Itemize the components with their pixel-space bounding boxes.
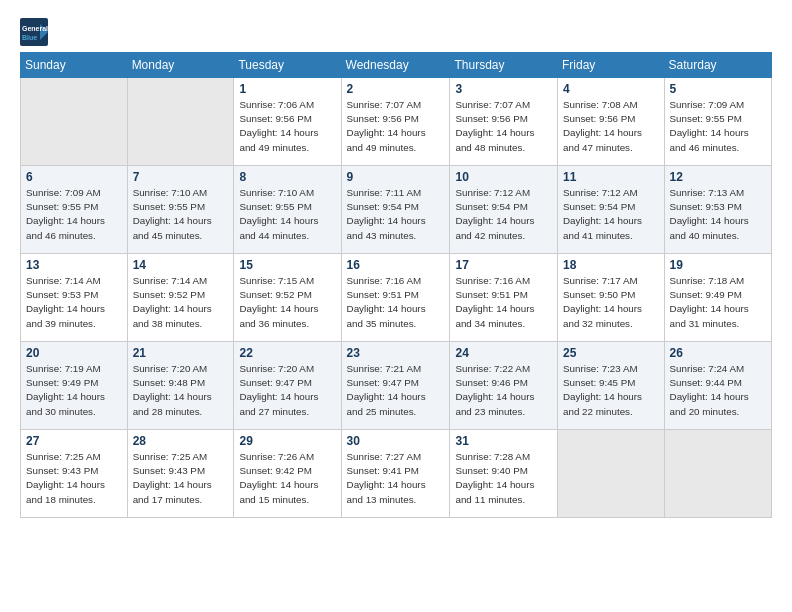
day-number: 5 <box>670 82 766 96</box>
calendar-cell: 31Sunrise: 7:28 AM Sunset: 9:40 PM Dayli… <box>450 430 558 518</box>
logo: General Blue <box>20 18 50 46</box>
day-info: Sunrise: 7:07 AM Sunset: 9:56 PM Dayligh… <box>347 98 445 155</box>
svg-text:General: General <box>22 25 48 32</box>
day-number: 16 <box>347 258 445 272</box>
day-number: 18 <box>563 258 659 272</box>
day-number: 28 <box>133 434 229 448</box>
calendar-cell: 14Sunrise: 7:14 AM Sunset: 9:52 PM Dayli… <box>127 254 234 342</box>
weekday-header-row: SundayMondayTuesdayWednesdayThursdayFrid… <box>21 53 772 78</box>
day-number: 8 <box>239 170 335 184</box>
calendar-cell: 25Sunrise: 7:23 AM Sunset: 9:45 PM Dayli… <box>558 342 665 430</box>
calendar-cell <box>127 78 234 166</box>
calendar-cell: 20Sunrise: 7:19 AM Sunset: 9:49 PM Dayli… <box>21 342 128 430</box>
calendar-cell: 2Sunrise: 7:07 AM Sunset: 9:56 PM Daylig… <box>341 78 450 166</box>
calendar-cell: 17Sunrise: 7:16 AM Sunset: 9:51 PM Dayli… <box>450 254 558 342</box>
week-row-3: 13Sunrise: 7:14 AM Sunset: 9:53 PM Dayli… <box>21 254 772 342</box>
calendar-cell: 27Sunrise: 7:25 AM Sunset: 9:43 PM Dayli… <box>21 430 128 518</box>
calendar-cell: 16Sunrise: 7:16 AM Sunset: 9:51 PM Dayli… <box>341 254 450 342</box>
day-info: Sunrise: 7:09 AM Sunset: 9:55 PM Dayligh… <box>26 186 122 243</box>
calendar-cell: 28Sunrise: 7:25 AM Sunset: 9:43 PM Dayli… <box>127 430 234 518</box>
day-info: Sunrise: 7:14 AM Sunset: 9:52 PM Dayligh… <box>133 274 229 331</box>
weekday-header-friday: Friday <box>558 53 665 78</box>
day-number: 17 <box>455 258 552 272</box>
calendar-cell: 30Sunrise: 7:27 AM Sunset: 9:41 PM Dayli… <box>341 430 450 518</box>
calendar-cell: 9Sunrise: 7:11 AM Sunset: 9:54 PM Daylig… <box>341 166 450 254</box>
day-info: Sunrise: 7:17 AM Sunset: 9:50 PM Dayligh… <box>563 274 659 331</box>
day-info: Sunrise: 7:10 AM Sunset: 9:55 PM Dayligh… <box>133 186 229 243</box>
day-number: 15 <box>239 258 335 272</box>
day-number: 6 <box>26 170 122 184</box>
calendar-cell: 15Sunrise: 7:15 AM Sunset: 9:52 PM Dayli… <box>234 254 341 342</box>
calendar-cell: 19Sunrise: 7:18 AM Sunset: 9:49 PM Dayli… <box>664 254 771 342</box>
calendar-cell: 21Sunrise: 7:20 AM Sunset: 9:48 PM Dayli… <box>127 342 234 430</box>
day-info: Sunrise: 7:25 AM Sunset: 9:43 PM Dayligh… <box>133 450 229 507</box>
day-number: 3 <box>455 82 552 96</box>
calendar-cell: 8Sunrise: 7:10 AM Sunset: 9:55 PM Daylig… <box>234 166 341 254</box>
logo-icon: General Blue <box>20 18 50 46</box>
weekday-header-thursday: Thursday <box>450 53 558 78</box>
day-info: Sunrise: 7:07 AM Sunset: 9:56 PM Dayligh… <box>455 98 552 155</box>
day-info: Sunrise: 7:25 AM Sunset: 9:43 PM Dayligh… <box>26 450 122 507</box>
day-number: 26 <box>670 346 766 360</box>
week-row-1: 1Sunrise: 7:06 AM Sunset: 9:56 PM Daylig… <box>21 78 772 166</box>
calendar-cell: 6Sunrise: 7:09 AM Sunset: 9:55 PM Daylig… <box>21 166 128 254</box>
day-info: Sunrise: 7:11 AM Sunset: 9:54 PM Dayligh… <box>347 186 445 243</box>
day-number: 19 <box>670 258 766 272</box>
calendar-cell: 10Sunrise: 7:12 AM Sunset: 9:54 PM Dayli… <box>450 166 558 254</box>
week-row-4: 20Sunrise: 7:19 AM Sunset: 9:49 PM Dayli… <box>21 342 772 430</box>
calendar-cell: 18Sunrise: 7:17 AM Sunset: 9:50 PM Dayli… <box>558 254 665 342</box>
calendar-cell <box>664 430 771 518</box>
weekday-header-saturday: Saturday <box>664 53 771 78</box>
day-info: Sunrise: 7:16 AM Sunset: 9:51 PM Dayligh… <box>347 274 445 331</box>
calendar-cell: 13Sunrise: 7:14 AM Sunset: 9:53 PM Dayli… <box>21 254 128 342</box>
week-row-5: 27Sunrise: 7:25 AM Sunset: 9:43 PM Dayli… <box>21 430 772 518</box>
day-info: Sunrise: 7:15 AM Sunset: 9:52 PM Dayligh… <box>239 274 335 331</box>
day-info: Sunrise: 7:13 AM Sunset: 9:53 PM Dayligh… <box>670 186 766 243</box>
day-info: Sunrise: 7:24 AM Sunset: 9:44 PM Dayligh… <box>670 362 766 419</box>
day-info: Sunrise: 7:27 AM Sunset: 9:41 PM Dayligh… <box>347 450 445 507</box>
day-number: 2 <box>347 82 445 96</box>
day-info: Sunrise: 7:12 AM Sunset: 9:54 PM Dayligh… <box>455 186 552 243</box>
day-number: 14 <box>133 258 229 272</box>
calendar-cell: 24Sunrise: 7:22 AM Sunset: 9:46 PM Dayli… <box>450 342 558 430</box>
day-info: Sunrise: 7:20 AM Sunset: 9:47 PM Dayligh… <box>239 362 335 419</box>
page: General Blue SundayMondayTuesdayWednesda… <box>0 0 792 612</box>
day-number: 29 <box>239 434 335 448</box>
day-info: Sunrise: 7:12 AM Sunset: 9:54 PM Dayligh… <box>563 186 659 243</box>
week-row-2: 6Sunrise: 7:09 AM Sunset: 9:55 PM Daylig… <box>21 166 772 254</box>
calendar-cell: 23Sunrise: 7:21 AM Sunset: 9:47 PM Dayli… <box>341 342 450 430</box>
day-number: 12 <box>670 170 766 184</box>
calendar-table: SundayMondayTuesdayWednesdayThursdayFrid… <box>20 52 772 518</box>
day-info: Sunrise: 7:28 AM Sunset: 9:40 PM Dayligh… <box>455 450 552 507</box>
calendar-cell: 1Sunrise: 7:06 AM Sunset: 9:56 PM Daylig… <box>234 78 341 166</box>
day-number: 31 <box>455 434 552 448</box>
weekday-header-wednesday: Wednesday <box>341 53 450 78</box>
calendar-cell: 11Sunrise: 7:12 AM Sunset: 9:54 PM Dayli… <box>558 166 665 254</box>
calendar-cell: 29Sunrise: 7:26 AM Sunset: 9:42 PM Dayli… <box>234 430 341 518</box>
day-number: 22 <box>239 346 335 360</box>
day-info: Sunrise: 7:21 AM Sunset: 9:47 PM Dayligh… <box>347 362 445 419</box>
day-info: Sunrise: 7:26 AM Sunset: 9:42 PM Dayligh… <box>239 450 335 507</box>
day-info: Sunrise: 7:18 AM Sunset: 9:49 PM Dayligh… <box>670 274 766 331</box>
day-number: 1 <box>239 82 335 96</box>
day-number: 9 <box>347 170 445 184</box>
day-info: Sunrise: 7:14 AM Sunset: 9:53 PM Dayligh… <box>26 274 122 331</box>
day-info: Sunrise: 7:09 AM Sunset: 9:55 PM Dayligh… <box>670 98 766 155</box>
day-info: Sunrise: 7:16 AM Sunset: 9:51 PM Dayligh… <box>455 274 552 331</box>
day-number: 7 <box>133 170 229 184</box>
day-number: 30 <box>347 434 445 448</box>
day-info: Sunrise: 7:10 AM Sunset: 9:55 PM Dayligh… <box>239 186 335 243</box>
day-number: 11 <box>563 170 659 184</box>
weekday-header-monday: Monday <box>127 53 234 78</box>
day-info: Sunrise: 7:23 AM Sunset: 9:45 PM Dayligh… <box>563 362 659 419</box>
calendar-cell: 7Sunrise: 7:10 AM Sunset: 9:55 PM Daylig… <box>127 166 234 254</box>
calendar-cell: 12Sunrise: 7:13 AM Sunset: 9:53 PM Dayli… <box>664 166 771 254</box>
day-number: 20 <box>26 346 122 360</box>
day-number: 4 <box>563 82 659 96</box>
calendar-cell: 3Sunrise: 7:07 AM Sunset: 9:56 PM Daylig… <box>450 78 558 166</box>
day-info: Sunrise: 7:06 AM Sunset: 9:56 PM Dayligh… <box>239 98 335 155</box>
day-number: 24 <box>455 346 552 360</box>
day-number: 25 <box>563 346 659 360</box>
day-info: Sunrise: 7:08 AM Sunset: 9:56 PM Dayligh… <box>563 98 659 155</box>
calendar-cell: 5Sunrise: 7:09 AM Sunset: 9:55 PM Daylig… <box>664 78 771 166</box>
